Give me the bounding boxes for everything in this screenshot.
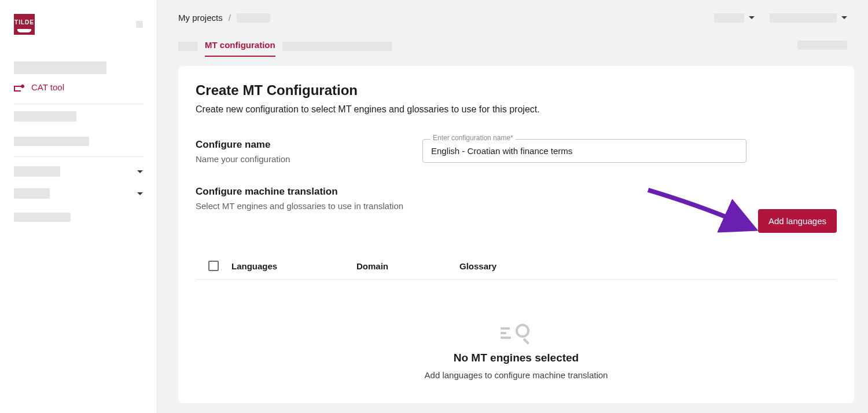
breadcrumb-current-placeholder (237, 13, 270, 23)
tabs: MT configuration (157, 23, 868, 57)
dropdown-placeholder (714, 13, 744, 23)
sidebar-placeholder (14, 61, 106, 74)
th-languages: Languages (231, 261, 356, 271)
config-name-input[interactable] (422, 139, 746, 163)
th-domain: Domain (356, 261, 459, 271)
sidebar-divider (14, 156, 143, 157)
configure-mt-help: Select MT engines and glossaries to use … (196, 201, 403, 211)
sidebar-expandable-1[interactable] (0, 160, 157, 182)
breadcrumb-root[interactable]: My projects (178, 13, 223, 23)
top-dropdown-2[interactable] (770, 13, 847, 23)
sidebar-item-label: CAT tool (31, 82, 64, 92)
app-logo: TILDE (14, 14, 35, 35)
empty-state: No MT engines selected Add languages to … (196, 324, 837, 380)
sidebar-placeholder (14, 137, 89, 146)
sidebar: TILDE CAT tool (0, 0, 157, 413)
tab-action-placeholder[interactable] (797, 41, 847, 50)
empty-subtitle: Add languages to configure machine trans… (425, 370, 608, 380)
tab-placeholder[interactable] (282, 42, 392, 51)
chevron-down-icon (841, 16, 847, 19)
select-all-checkbox[interactable] (208, 261, 219, 271)
sidebar-item-cat-tool[interactable]: CAT tool (0, 74, 157, 100)
tab-mt-configuration[interactable]: MT configuration (205, 35, 275, 57)
sidebar-collapse-toggle[interactable] (136, 21, 143, 28)
configure-name-heading: Configure name (196, 139, 404, 151)
sidebar-placeholder (14, 111, 76, 122)
top-dropdown-1[interactable] (714, 13, 755, 23)
main: My projects / MT configuration Create MT… (157, 0, 868, 413)
mt-table-header: Languages Domain Glossary (196, 261, 837, 280)
sidebar-placeholder (14, 166, 60, 177)
dropdown-placeholder (770, 13, 837, 23)
tab-placeholder[interactable] (178, 42, 198, 51)
cat-tool-icon (14, 83, 24, 92)
configure-mt-heading: Configure machine translation (196, 186, 403, 198)
config-card: Create MT Configuration Create new confi… (178, 66, 854, 403)
chevron-down-icon (137, 192, 143, 195)
tab-label: MT configuration (205, 40, 275, 50)
sidebar-placeholder (14, 188, 50, 199)
empty-title: No MT engines selected (454, 352, 579, 364)
breadcrumb: My projects / (178, 13, 270, 23)
config-name-label: Enter configuration name* (431, 134, 516, 142)
card-title: Create MT Configuration (196, 82, 837, 98)
chevron-down-icon (137, 170, 143, 173)
th-glossary: Glossary (459, 261, 834, 271)
card-subtitle: Create new configuration to select MT en… (196, 104, 837, 115)
sidebar-placeholder (14, 213, 71, 222)
sidebar-divider (14, 104, 143, 104)
configure-name-help: Name your configuration (196, 154, 404, 164)
add-languages-button[interactable]: Add languages (758, 209, 837, 233)
topbar: My projects / (157, 0, 868, 23)
sidebar-expandable-2[interactable] (0, 182, 157, 204)
breadcrumb-sep: / (229, 13, 231, 23)
empty-search-icon (501, 324, 532, 346)
chevron-down-icon (749, 16, 755, 19)
